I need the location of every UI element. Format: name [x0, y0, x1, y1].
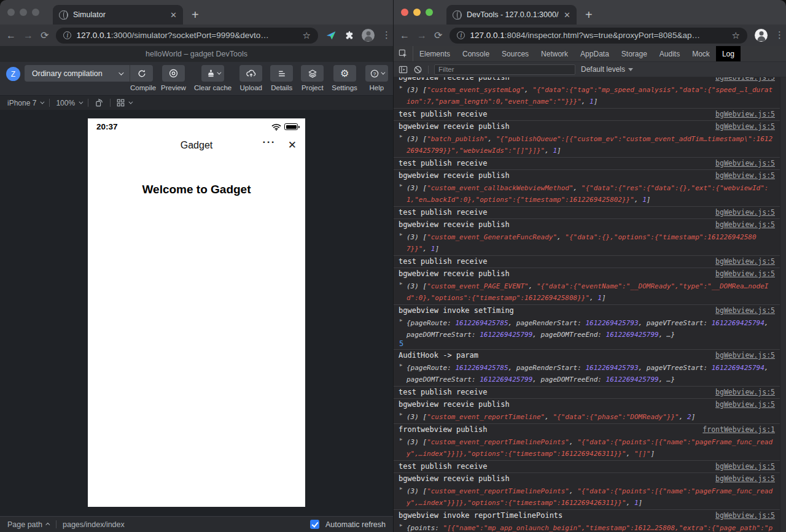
send-extension-icon[interactable] — [325, 30, 337, 41]
source-link[interactable]: bgWebview.js:5 — [715, 171, 775, 180]
compile-label: Compile — [130, 84, 153, 91]
site-info-icon[interactable]: i — [63, 31, 71, 39]
compile-mode-dropdown[interactable]: Ordinary compilation — [25, 65, 130, 82]
new-tab-button[interactable]: + — [192, 9, 199, 21]
close-window-button[interactable] — [7, 9, 15, 16]
source-link[interactable]: bgWebview.js:5 — [715, 159, 775, 168]
expand-triangle-icon[interactable]: ▶ — [400, 523, 402, 528]
expand-triangle-icon[interactable]: ▶ — [400, 363, 402, 368]
zoom-window-button[interactable] — [426, 9, 433, 16]
clear-console-icon[interactable] — [413, 65, 422, 74]
forward-icon[interactable]: → — [417, 31, 427, 40]
tab-close-icon[interactable]: ✕ — [564, 10, 570, 20]
source-link[interactable]: bgWebview.js:5 — [715, 400, 775, 409]
minimize-window-button[interactable] — [20, 9, 27, 16]
devtools-tab-storage[interactable]: Storage — [615, 46, 653, 61]
source-link[interactable]: bgWebview.js:5 — [715, 511, 775, 520]
devtools-tab-elements[interactable]: Elements — [413, 46, 456, 61]
tab-close-icon[interactable]: ✕ — [170, 10, 177, 20]
address-bar[interactable]: i 127.0.0.1:8084/inspector.html?ws=true&… — [449, 28, 747, 44]
source-link[interactable]: bgWebview.js:5 — [715, 77, 775, 82]
source-link[interactable]: frontWebview.js:1 — [702, 425, 775, 434]
clear-cache-button[interactable] — [201, 65, 224, 82]
source-link[interactable]: bgWebview.js:5 — [715, 122, 775, 131]
reload-icon[interactable]: ⟳ — [434, 31, 442, 40]
zoom-window-button[interactable] — [32, 9, 39, 16]
source-link[interactable]: bgWebview.js:5 — [715, 208, 775, 217]
log-levels-dropdown[interactable]: Default levels — [581, 65, 633, 74]
expand-triangle-icon[interactable]: ▶ — [400, 134, 402, 139]
address-bar[interactable]: i 127.0.0.1:3000/simulator?socketPort=99… — [56, 28, 318, 44]
expand-triangle-icon[interactable]: ▶ — [400, 318, 402, 323]
bookmark-star-icon[interactable]: ☆ — [732, 30, 740, 41]
expand-triangle-icon[interactable]: ▶ — [400, 85, 402, 90]
user-avatar[interactable]: Z — [6, 67, 20, 81]
expand-triangle-icon[interactable]: ▶ — [400, 232, 402, 237]
auto-refresh-checkbox[interactable] — [310, 520, 319, 529]
rotate-device-icon[interactable] — [95, 98, 104, 107]
compile-button[interactable] — [130, 65, 153, 82]
zoom-selector[interactable]: 100% — [56, 99, 82, 107]
devtools-tab-appdata[interactable]: AppData — [574, 46, 615, 61]
devtools-tab-sources[interactable]: Sources — [496, 46, 535, 61]
site-info-icon[interactable]: i — [457, 31, 465, 39]
source-link[interactable]: bgWebview.js:5 — [715, 388, 775, 397]
reload-icon[interactable]: ⟳ — [41, 31, 49, 40]
expand-triangle-icon[interactable]: ▶ — [400, 486, 402, 491]
url-text: 127.0.0.1:3000/simulator?socketPort=9999… — [76, 31, 297, 40]
upload-button[interactable] — [239, 65, 262, 82]
minimize-window-button[interactable] — [413, 9, 421, 16]
project-button[interactable] — [301, 65, 324, 82]
source-link[interactable]: bgWebview.js:5 — [715, 306, 775, 315]
source-link[interactable]: bgWebview.js:5 — [715, 110, 775, 119]
new-tab-button[interactable]: + — [585, 9, 593, 21]
close-miniapp-icon[interactable]: ✕ — [288, 139, 297, 152]
back-icon[interactable]: ← — [400, 31, 410, 40]
expand-triangle-icon[interactable]: ▶ — [400, 281, 402, 286]
log-entry: bgwebview recevie publishbgWebview.js:5▶… — [394, 473, 786, 510]
extensions-puzzle-icon[interactable] — [344, 30, 354, 40]
source-link[interactable]: bgWebview.js:5 — [715, 269, 775, 279]
log-message: bgwebview recevie publish — [399, 474, 510, 484]
browser-tab-simulator[interactable]: Simulator ✕ — [53, 5, 183, 25]
devtools-tab-log[interactable]: Log — [716, 46, 741, 61]
expand-triangle-icon[interactable]: ▶ — [400, 437, 402, 442]
browser-menu-icon[interactable]: ⋮ — [382, 33, 387, 37]
more-menu-icon[interactable]: ··· — [263, 136, 276, 148]
devtools-tab-console[interactable]: Console — [456, 46, 496, 61]
source-link[interactable]: bgWebview.js:5 — [715, 462, 775, 471]
phone-nav-title: Gadget — [181, 140, 212, 151]
source-link[interactable]: bgWebview.js:5 — [715, 257, 775, 266]
bookmark-star-icon[interactable]: ☆ — [303, 30, 311, 41]
source-link[interactable]: bgWebview.js:5 — [715, 220, 775, 229]
device-selector[interactable]: iPhone 7 — [7, 99, 43, 107]
filter-input[interactable] — [434, 64, 575, 75]
preview-button[interactable] — [162, 65, 185, 82]
expand-triangle-icon[interactable]: ▶ — [400, 183, 402, 188]
back-icon[interactable]: ← — [6, 31, 16, 40]
devtools-tab-audits[interactable]: Audits — [653, 46, 686, 61]
devtools-tab-network[interactable]: Network — [535, 46, 574, 61]
log-entry: bgwebview invoke reportTimelinePointsbgW… — [394, 510, 786, 532]
console-sidebar-icon[interactable] — [399, 65, 408, 74]
source-link[interactable]: bgWebview.js:5 — [715, 474, 775, 484]
layout-grid-selector[interactable] — [117, 99, 131, 107]
inspect-element-icon[interactable] — [394, 46, 413, 61]
log-message: AuditHook -> param — [399, 351, 478, 360]
help-label: Help — [370, 84, 384, 91]
source-link[interactable]: bgWebview.js:5 — [715, 351, 775, 360]
help-button[interactable]: ? — [365, 65, 388, 82]
close-window-button[interactable] — [401, 9, 408, 16]
preview-label: Preview — [161, 84, 186, 91]
settings-button[interactable]: ⚙ — [333, 65, 356, 82]
details-button[interactable] — [270, 65, 293, 82]
devtools-tab-mock[interactable]: Mock — [686, 46, 716, 61]
browser-menu-icon[interactable]: ⋮ — [775, 33, 780, 37]
browser-tab-devtools[interactable]: DevTools - 127.0.0.1:3000/simu ✕ — [446, 5, 577, 25]
forward-icon[interactable]: → — [23, 31, 33, 40]
profile-avatar-icon[interactable] — [755, 29, 768, 42]
profile-avatar-icon[interactable] — [362, 29, 375, 42]
log-entry: bgwebview recevie publishbgWebview.js:5▶… — [394, 121, 786, 158]
page-path-toggle[interactable]: Page path — [7, 520, 50, 529]
expand-triangle-icon[interactable]: ▶ — [400, 412, 402, 417]
